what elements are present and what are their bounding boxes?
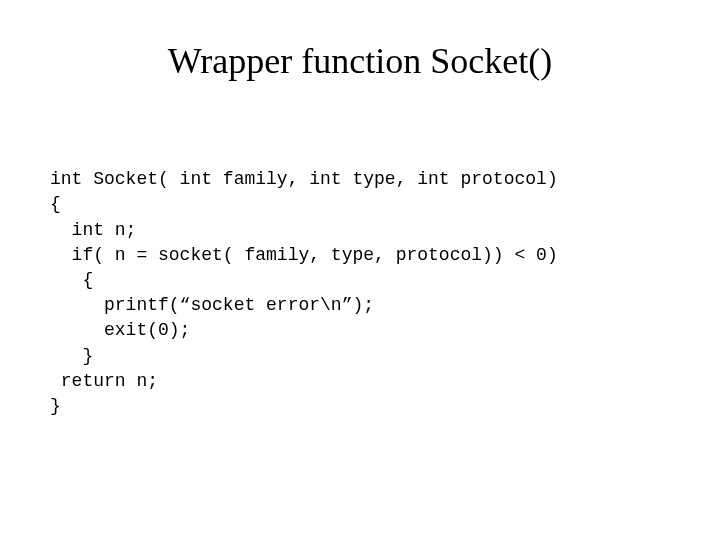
code-line-5: { [50, 270, 93, 290]
code-line-9: return n; [50, 371, 158, 391]
code-line-8: } [50, 346, 93, 366]
code-line-6: printf(“socket error\n”); [50, 295, 374, 315]
code-line-1: int Socket( int family, int type, int pr… [50, 169, 558, 189]
code-line-3: int n; [50, 220, 136, 240]
code-line-4: if( n = socket( family, type, protocol))… [50, 245, 558, 265]
slide-title: Wrapper function Socket() [50, 40, 670, 82]
code-line-2: { [50, 194, 61, 214]
code-line-10: } [50, 396, 61, 416]
code-line-7: exit(0); [50, 320, 190, 340]
code-block: int Socket( int family, int type, int pr… [50, 142, 670, 419]
